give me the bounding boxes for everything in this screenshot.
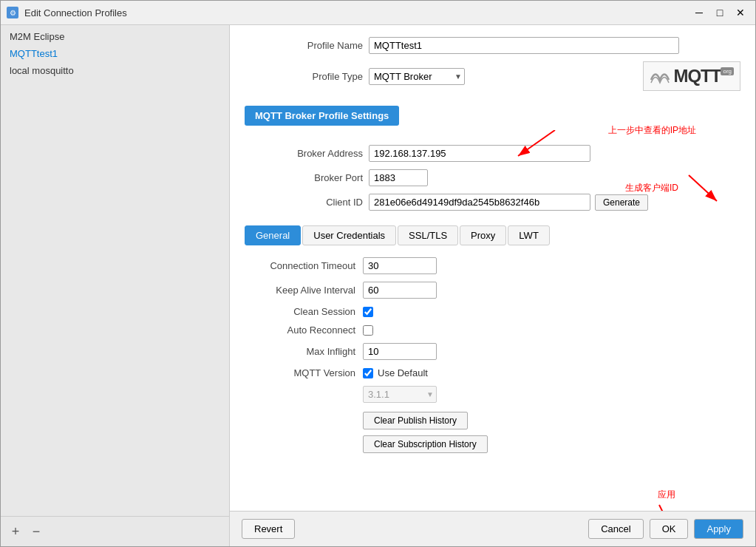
tabs-row: General User Credentials SSL/TLS Proxy L…: [245, 225, 740, 245]
maximize-button[interactable]: □: [711, 5, 729, 20]
broker-annotation: 上一步中查看的IP地址: [608, 124, 696, 137]
section-header: MQTT Broker Profile Settings: [245, 106, 399, 126]
profile-type-row: Profile Type MQTT Broker ▼: [245, 61, 740, 91]
broker-port-label: Broker Port: [245, 172, 363, 183]
broker-address-row: Broker Address: [245, 145, 740, 162]
broker-port-input[interactable]: [369, 169, 428, 186]
mqtt-logo-box: MQTT org: [643, 61, 740, 91]
remove-profile-button[interactable]: −: [27, 523, 45, 540]
clean-session-row: Clean Session: [245, 306, 740, 317]
client-id-label: Client ID: [245, 197, 363, 208]
client-id-input[interactable]: [369, 194, 590, 211]
max-inflight-label: Max Inflight: [245, 346, 355, 357]
mqtt-version-use-default-checkbox[interactable]: [363, 368, 373, 378]
apply-annotation: 应用: [652, 489, 681, 511]
tab-user-credentials[interactable]: User Credentials: [302, 225, 396, 245]
ok-button[interactable]: OK: [650, 519, 689, 539]
profile-name-row: Profile Name: [245, 37, 740, 54]
window-controls: ─ □ ✕: [690, 5, 749, 20]
window-icon: ⚙: [7, 7, 18, 18]
auto-reconnect-checkbox[interactable]: [363, 325, 373, 336]
apply-button[interactable]: Apply: [694, 519, 743, 539]
profile-list: M2M Eclipse MQTTtest1 local mosquitto: [1, 25, 229, 516]
svg-line-3: [689, 175, 717, 201]
mqtt-logo: MQTT org: [643, 61, 740, 91]
broker-address-container: 上一步中查看的IP地址: [245, 145, 740, 169]
general-tab-content: Connection Timeout Keep Alive Interval C…: [245, 257, 740, 459]
generate-annotation-text: 生成客户端ID: [625, 182, 678, 194]
clear-subscription-history-button[interactable]: Clear Subscription History: [363, 435, 488, 453]
tab-lwt[interactable]: LWT: [508, 225, 549, 245]
close-button[interactable]: ✕: [732, 5, 749, 20]
generate-annotation: 生成客户端ID: [625, 171, 726, 205]
sidebar-item-mqtttest1[interactable]: MQTTtest1: [1, 45, 229, 62]
mqtt-version-use-default-label: Use Default: [378, 367, 428, 378]
mqtt-version-check-group: Use Default: [363, 367, 428, 378]
mqtt-logo-text: MQTT: [673, 66, 721, 86]
bottom-bar-left: Revert: [242, 519, 582, 539]
minimize-button[interactable]: ─: [690, 5, 708, 20]
mqtt-wave-icon: [650, 65, 672, 87]
tab-general[interactable]: General: [245, 225, 301, 245]
generate-arrow-svg: [681, 171, 726, 205]
tab-proxy[interactable]: Proxy: [460, 225, 506, 245]
keep-alive-label: Keep Alive Interval: [245, 285, 355, 296]
connection-timeout-row: Connection Timeout: [245, 257, 740, 274]
bottom-bar: Revert Cancel OK Apply: [230, 511, 755, 546]
clear-subscription-history-wrapper: Clear Subscription History: [363, 435, 740, 453]
profile-type-dropdown-wrapper: MQTT Broker ▼: [369, 68, 465, 85]
clear-publish-history-button[interactable]: Clear Publish History: [363, 412, 468, 429]
mqtt-version-dropdown-wrapper: ▼: [363, 386, 437, 403]
client-id-container: Client ID Generate 生成客户端ID: [245, 194, 740, 218]
title-bar: ⚙ Edit Connection Profiles ─ □ ✕: [1, 1, 755, 25]
mqtt-logo-badge: org: [721, 67, 734, 75]
connection-timeout-input[interactable]: [363, 257, 437, 274]
sidebar-footer: + −: [1, 516, 229, 546]
apply-annotation-container: 应用: [245, 489, 740, 511]
clean-session-checkbox[interactable]: [363, 307, 373, 317]
connection-timeout-label: Connection Timeout: [245, 260, 355, 271]
keep-alive-input[interactable]: [363, 282, 437, 299]
mqtt-version-dropdown-row: ▼: [363, 386, 740, 403]
max-inflight-row: Max Inflight: [245, 343, 740, 360]
auto-reconnect-row: Auto Reconnect: [245, 325, 740, 336]
svg-line-5: [659, 505, 674, 511]
revert-button[interactable]: Revert: [242, 519, 295, 539]
broker-address-label: Broker Address: [245, 148, 363, 159]
broker-arrow-svg: [503, 130, 562, 160]
clear-publish-history-wrapper: Clear Publish History: [363, 412, 740, 429]
sidebar: M2M Eclipse MQTTtest1 local mosquitto + …: [1, 25, 230, 546]
bottom-bar-right: Cancel OK Apply: [588, 519, 743, 539]
apply-annotation-text: 应用: [658, 489, 675, 501]
cancel-button[interactable]: Cancel: [588, 519, 643, 539]
svg-line-1: [518, 130, 555, 156]
profile-type-select[interactable]: MQTT Broker: [369, 68, 465, 85]
tab-ssl-tls[interactable]: SSL/TLS: [398, 225, 458, 245]
generate-annotation-group: 生成客户端ID: [625, 171, 726, 205]
mqtt-version-row: MQTT Version Use Default: [245, 367, 740, 378]
profile-name-label: Profile Name: [245, 40, 363, 51]
main-form: Profile Name Profile Type MQTT Broker ▼: [230, 25, 755, 511]
mqtt-version-input: [363, 386, 437, 403]
profile-name-input[interactable]: [369, 37, 679, 54]
content-area: M2M Eclipse MQTTtest1 local mosquitto + …: [1, 25, 755, 546]
broker-annotation-text: 上一步中查看的IP地址: [608, 124, 696, 137]
keep-alive-row: Keep Alive Interval: [245, 282, 740, 299]
apply-arrow-svg: [652, 501, 681, 511]
sidebar-item-local-mosquitto[interactable]: local mosquitto: [1, 62, 229, 79]
add-profile-button[interactable]: +: [7, 523, 24, 540]
window-title: Edit Connection Profiles: [24, 7, 684, 18]
broker-arrow: [503, 130, 562, 162]
profile-type-label: Profile Type: [245, 71, 363, 82]
mqtt-version-arrow-icon: ▼: [426, 390, 434, 398]
main-window: ⚙ Edit Connection Profiles ─ □ ✕ M2M Ecl…: [0, 0, 756, 547]
max-inflight-input[interactable]: [363, 343, 437, 360]
clean-session-label: Clean Session: [245, 306, 355, 317]
right-panel: Profile Name Profile Type MQTT Broker ▼: [230, 25, 755, 546]
sidebar-item-m2m[interactable]: M2M Eclipse: [1, 28, 229, 45]
mqtt-version-label: MQTT Version: [245, 367, 355, 378]
auto-reconnect-label: Auto Reconnect: [245, 325, 355, 336]
